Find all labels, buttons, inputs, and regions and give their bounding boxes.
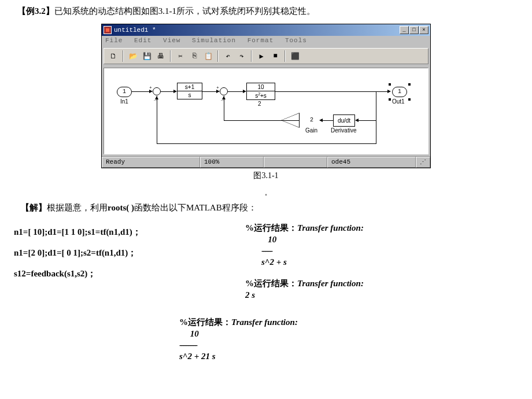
run-icon[interactable]: ▶	[256, 50, 267, 62]
solution-label: 【解】	[21, 203, 47, 212]
cut-icon[interactable]: ✂	[175, 50, 186, 62]
tf2-num: 10	[247, 83, 275, 91]
result2-num: 2 s	[245, 290, 518, 301]
titlebar: untitled1 * _ □ ×	[102, 24, 430, 36]
open-icon[interactable]: 📂	[127, 50, 139, 62]
solution-line: 【解】根据题意，利用roots( )函数给出以下MATLAB程序段：	[21, 202, 520, 213]
window-title: untitled1 *	[114, 27, 400, 34]
model-canvas[interactable]: 1 In1 + _ s+1 s	[104, 68, 428, 154]
in1-block[interactable]: 1	[117, 87, 132, 97]
tf2-block[interactable]: 10 s2+s	[246, 83, 275, 100]
result3-header-zh: %运行结果：	[179, 317, 231, 327]
minimize-button[interactable]: _	[400, 26, 409, 34]
status-zoom: 100%	[200, 157, 264, 168]
code-column: n1=[ 10];d1=[1 1 0];s1=tf(n1,d1)； n1=[2 …	[14, 221, 245, 311]
menubar: File Edit View Simulation Format Tools	[102, 36, 430, 46]
code-line3: s12=feedback(s1,s2)；	[14, 263, 245, 284]
toolbar: 🗋 📂 💾 🖶 ✂ ⎘ 📋 ↶ ↷ ▶ ■ ⬛	[104, 48, 428, 64]
derivative-block[interactable]: du/dt	[333, 114, 355, 127]
menu-tools[interactable]: Tools	[285, 37, 307, 44]
result1: %运行结果：Transfer function: 10 ------ s^2 +…	[245, 223, 518, 268]
figure-caption: 图3.1-1	[12, 171, 520, 181]
undo-icon[interactable]: ↶	[222, 50, 234, 62]
paste-icon[interactable]: 📋	[202, 50, 214, 62]
menu-file[interactable]: File	[105, 37, 123, 44]
result2-header-zh: %运行结果：	[245, 279, 297, 288]
solution-func: roots( )	[108, 203, 134, 212]
result3-den: s^2 + 21 s	[179, 351, 520, 363]
result3-dash: ----------	[179, 339, 520, 351]
result3: %运行结果：Transfer function: 10 ---------- s…	[179, 317, 520, 362]
example-title: 【例3.2】已知系统的动态结构图如图3.1-1所示，试对系统闭环判别其稳定性。	[12, 6, 520, 17]
code-line2: n1=[2 0];d1=[ 0 1];s2=tf(n1,d1)；	[14, 242, 245, 263]
code-line1: n1=[ 10];d1=[1 1 0];s1=tf(n1,d1)；	[14, 221, 245, 242]
result1-dash: ------	[261, 245, 518, 257]
app-icon	[104, 26, 112, 34]
solution-text2: 函数给出以下MATLAB程序段：	[134, 203, 257, 212]
results-column: %运行结果：Transfer function: 10 ------ s^2 +…	[245, 221, 518, 311]
result1-den: s^2 + s	[261, 257, 518, 268]
status-solver: ode45	[327, 157, 416, 168]
result3-header-en: Transfer function:	[231, 317, 298, 327]
new-icon[interactable]: 🗋	[108, 50, 119, 62]
sum2-block[interactable]	[220, 87, 228, 95]
menu-format[interactable]: Format	[247, 37, 274, 44]
result1-header-zh: %运行结果：	[245, 223, 297, 232]
out1-label: Out1	[392, 98, 405, 105]
gain-value: 2	[310, 117, 313, 123]
solution-text1: 根据题意，利用	[47, 203, 108, 212]
status-ready: Ready	[102, 157, 200, 168]
statusbar: Ready 100% ode45 ⋰	[102, 156, 430, 168]
derivative-label: Derivative	[331, 127, 356, 134]
build-icon[interactable]: ⬛	[289, 50, 301, 62]
status-grip: ⋰	[416, 157, 430, 168]
result1-num: 10	[261, 234, 518, 246]
tf2-under: 2	[258, 101, 261, 107]
maximize-button[interactable]: □	[409, 26, 419, 34]
result1-header-en: Transfer function:	[297, 223, 364, 232]
in1-num: 1	[123, 88, 126, 95]
example-label: 【例3.2】	[17, 6, 54, 16]
out1-block[interactable]: 1	[392, 87, 407, 97]
copy-icon[interactable]: ⎘	[189, 50, 200, 62]
status-blank	[264, 157, 327, 168]
menu-edit[interactable]: Edit	[134, 37, 152, 44]
deriv-text: du/dt	[338, 117, 350, 124]
sum1-block[interactable]	[153, 87, 161, 95]
result3-num: 10	[179, 328, 520, 340]
stop-icon[interactable]: ■	[269, 50, 281, 62]
result2-header-en: Transfer function:	[297, 279, 364, 288]
tf1-block[interactable]: s+1 s	[177, 83, 202, 99]
print-icon[interactable]: 🖶	[155, 50, 167, 62]
result2: %运行结果：Transfer function: 2 s	[245, 278, 518, 301]
example-text: 已知系统的动态结构图如图3.1-1所示，试对系统闭环判别其稳定性。	[54, 6, 315, 16]
tf1-den: s	[178, 91, 202, 99]
menu-view[interactable]: View	[163, 37, 180, 44]
gain-label: Gain	[305, 127, 317, 134]
out1-num: 1	[398, 88, 401, 95]
tf1-num: s+1	[178, 83, 202, 91]
close-button[interactable]: ×	[419, 26, 428, 34]
simulink-window: untitled1 * _ □ × File Edit View Simulat…	[101, 24, 431, 168]
redo-icon[interactable]: ↷	[236, 50, 247, 62]
page-marker: ▪	[12, 191, 520, 198]
menu-simulation[interactable]: Simulation	[192, 37, 236, 44]
save-icon[interactable]: 💾	[141, 50, 153, 62]
tf2-den: s2+s	[247, 91, 275, 99]
in1-label: In1	[120, 98, 128, 105]
